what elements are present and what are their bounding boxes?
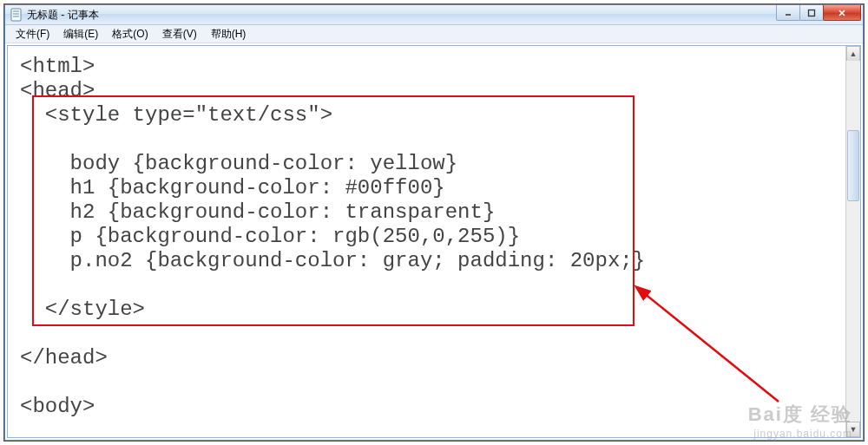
scrollbar-up-arrow[interactable]: ▲ [846, 46, 860, 62]
menu-view[interactable]: 查看(V) [155, 25, 204, 43]
text-editor[interactable]: <html> <head> <style type="text/css"> bo… [8, 46, 845, 437]
scrollbar-track[interactable] [846, 61, 860, 422]
menu-help[interactable]: 帮助(H) [204, 25, 253, 43]
menu-file[interactable]: 文件(F) [9, 25, 56, 43]
menu-edit[interactable]: 编辑(E) [56, 25, 105, 43]
notepad-icon [10, 8, 23, 22]
minimize-button[interactable] [776, 5, 800, 21]
svg-rect-5 [809, 10, 815, 16]
window-title: 无标题 - 记事本 [27, 8, 99, 23]
notepad-window: 无标题 - 记事本 文件(F) 编辑(E) 格式(O) 查看(V) 帮助(H) … [4, 4, 864, 441]
client-frame: <html> <head> <style type="text/css"> bo… [7, 45, 861, 438]
vertical-scrollbar[interactable]: ▲ ▼ [845, 46, 860, 437]
svg-rect-0 [11, 9, 21, 21]
menu-format[interactable]: 格式(O) [105, 25, 155, 43]
menu-bar: 文件(F) 编辑(E) 格式(O) 查看(V) 帮助(H) [5, 25, 863, 43]
title-bar[interactable]: 无标题 - 记事本 [5, 5, 863, 25]
window-controls [777, 5, 861, 21]
scrollbar-down-arrow[interactable]: ▼ [846, 422, 860, 437]
scrollbar-thumb[interactable] [847, 130, 859, 201]
close-button[interactable] [823, 5, 861, 21]
maximize-button[interactable] [799, 5, 824, 21]
